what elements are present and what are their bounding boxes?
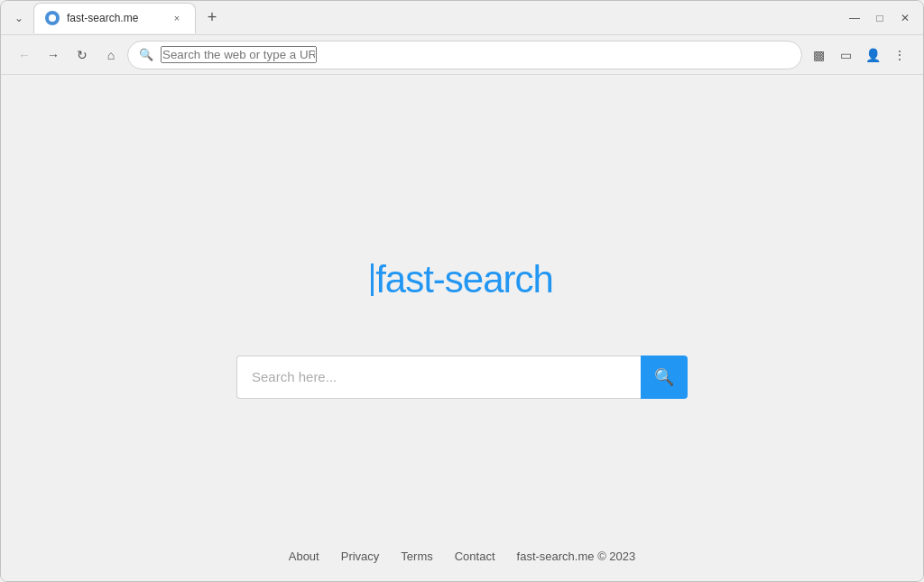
address-input[interactable] xyxy=(161,46,317,63)
refresh-icon: ↻ xyxy=(77,48,88,62)
browser-window: ⌄ fast-search.me × + — □ ✕ xyxy=(0,0,924,582)
logo-area: fast-search xyxy=(371,258,553,301)
tab-list-icon: ⌄ xyxy=(14,12,23,24)
back-button[interactable]: ← xyxy=(12,42,37,68)
new-tab-button[interactable]: + xyxy=(199,5,225,31)
search-button[interactable]: 🔍 xyxy=(641,356,688,399)
search-input-wrapper xyxy=(236,356,641,399)
maximize-button[interactable]: □ xyxy=(869,7,891,29)
puzzle-icon: ▩ xyxy=(813,48,825,62)
split-icon: ▭ xyxy=(840,48,852,62)
tab-list-button[interactable]: ⌄ xyxy=(8,7,30,29)
site-logo: fast-search xyxy=(371,258,553,301)
forward-icon: → xyxy=(47,48,60,62)
refresh-button[interactable]: ↻ xyxy=(69,42,95,68)
tab-strip: ⌄ fast-search.me × + xyxy=(8,1,844,34)
logo-cursor xyxy=(371,263,374,296)
profile-icon: 👤 xyxy=(865,48,881,62)
menu-icon: ⋮ xyxy=(893,48,906,62)
search-icon: 🔍 xyxy=(654,367,674,387)
menu-button[interactable]: ⋮ xyxy=(887,42,912,68)
window-controls: — □ ✕ xyxy=(844,7,916,29)
close-button[interactable]: ✕ xyxy=(894,7,916,29)
nav-actions: ▩ ▭ 👤 ⋮ xyxy=(806,42,912,68)
address-search-icon: 🔍 xyxy=(139,48,153,61)
title-bar: ⌄ fast-search.me × + — □ ✕ xyxy=(1,1,923,35)
nav-bar: ← → ↻ ⌂ 🔍 ▩ ▭ 👤 ⋮ xyxy=(1,35,923,75)
minimize-icon: — xyxy=(849,12,860,24)
logo-text: fast-search xyxy=(375,258,553,300)
tab-close-button[interactable]: × xyxy=(170,11,184,25)
footer-copyright: fast-search.me © 2023 xyxy=(517,550,636,563)
footer-terms-link[interactable]: Terms xyxy=(401,550,432,563)
back-icon: ← xyxy=(18,48,31,62)
page-content: fast-search 🔍 About Privacy Terms Contac… xyxy=(1,75,923,581)
footer-privacy-link[interactable]: Privacy xyxy=(341,550,380,563)
minimize-button[interactable]: — xyxy=(844,7,865,29)
tab-favicon xyxy=(45,11,60,25)
home-button[interactable]: ⌂ xyxy=(98,42,124,68)
page-footer: About Privacy Terms Contact fast-search.… xyxy=(1,550,923,563)
active-tab[interactable]: fast-search.me × xyxy=(33,3,196,33)
extensions-button[interactable]: ▩ xyxy=(806,42,831,68)
search-input[interactable] xyxy=(252,369,626,384)
tab-title: fast-search.me xyxy=(67,12,138,24)
forward-button[interactable]: → xyxy=(41,42,66,68)
maximize-icon: □ xyxy=(876,12,882,24)
footer-contact-link[interactable]: Contact xyxy=(455,550,495,563)
close-icon: ✕ xyxy=(901,12,910,24)
search-area: 🔍 xyxy=(236,356,688,399)
profile-button[interactable]: 👤 xyxy=(860,42,885,68)
split-tab-button[interactable]: ▭ xyxy=(833,42,858,68)
home-icon: ⌂ xyxy=(107,48,115,62)
footer-about-link[interactable]: About xyxy=(289,550,319,563)
address-bar[interactable]: 🔍 xyxy=(127,41,802,69)
